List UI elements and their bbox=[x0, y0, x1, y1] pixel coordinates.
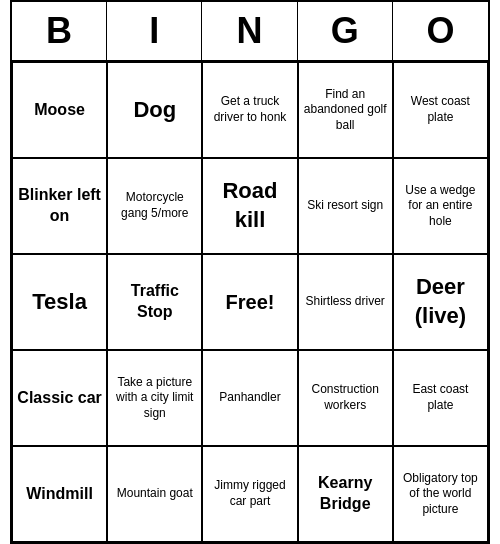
header-letter: N bbox=[202, 2, 297, 60]
header-letter: G bbox=[298, 2, 393, 60]
header-letter: I bbox=[107, 2, 202, 60]
bingo-cell: Windmill bbox=[12, 446, 107, 542]
bingo-cell: Road kill bbox=[202, 158, 297, 254]
cell-text: Deer (live) bbox=[398, 273, 483, 330]
cell-text: Moose bbox=[17, 100, 102, 121]
cell-text: Panhandler bbox=[207, 390, 292, 406]
cell-text: Get a truck driver to honk bbox=[207, 94, 292, 125]
cell-text: East coast plate bbox=[398, 382, 483, 413]
bingo-cell: Motorcycle gang 5/more bbox=[107, 158, 202, 254]
cell-text: Classic car bbox=[17, 388, 102, 409]
bingo-cell: Construction workers bbox=[298, 350, 393, 446]
bingo-cell: Find an abandoned golf ball bbox=[298, 62, 393, 158]
bingo-cell: Mountain goat bbox=[107, 446, 202, 542]
cell-text: Construction workers bbox=[303, 382, 388, 413]
cell-text: Windmill bbox=[17, 484, 102, 505]
bingo-cell: Traffic Stop bbox=[107, 254, 202, 350]
cell-text: Dog bbox=[112, 96, 197, 125]
cell-text: Take a picture with a city limit sign bbox=[112, 375, 197, 422]
bingo-cell: Obligatory top of the world picture bbox=[393, 446, 488, 542]
bingo-cell: Use a wedge for an entire hole bbox=[393, 158, 488, 254]
cell-text: Obligatory top of the world picture bbox=[398, 471, 483, 518]
bingo-grid: MooseDogGet a truck driver to honkFind a… bbox=[12, 62, 488, 542]
bingo-cell: Panhandler bbox=[202, 350, 297, 446]
cell-text: Use a wedge for an entire hole bbox=[398, 183, 483, 230]
bingo-cell: Dog bbox=[107, 62, 202, 158]
header-letter: O bbox=[393, 2, 488, 60]
cell-text: Traffic Stop bbox=[112, 281, 197, 323]
cell-text: Find an abandoned golf ball bbox=[303, 87, 388, 134]
bingo-cell: Take a picture with a city limit sign bbox=[107, 350, 202, 446]
bingo-header: BINGO bbox=[12, 2, 488, 62]
bingo-cell: Jimmy rigged car part bbox=[202, 446, 297, 542]
bingo-card: BINGO MooseDogGet a truck driver to honk… bbox=[10, 0, 490, 544]
bingo-cell: Kearny Bridge bbox=[298, 446, 393, 542]
bingo-cell: Classic car bbox=[12, 350, 107, 446]
cell-text: Ski resort sign bbox=[303, 198, 388, 214]
cell-text: Jimmy rigged car part bbox=[207, 478, 292, 509]
cell-text: West coast plate bbox=[398, 94, 483, 125]
bingo-cell: Tesla bbox=[12, 254, 107, 350]
cell-text: Shirtless driver bbox=[303, 294, 388, 310]
bingo-cell: Free! bbox=[202, 254, 297, 350]
bingo-cell: East coast plate bbox=[393, 350, 488, 446]
bingo-cell: Get a truck driver to honk bbox=[202, 62, 297, 158]
cell-text: Motorcycle gang 5/more bbox=[112, 190, 197, 221]
bingo-cell: West coast plate bbox=[393, 62, 488, 158]
bingo-cell: Blinker left on bbox=[12, 158, 107, 254]
bingo-cell: Ski resort sign bbox=[298, 158, 393, 254]
header-letter: B bbox=[12, 2, 107, 60]
cell-text: Kearny Bridge bbox=[303, 473, 388, 515]
cell-text: Mountain goat bbox=[112, 486, 197, 502]
bingo-cell: Moose bbox=[12, 62, 107, 158]
cell-text: Blinker left on bbox=[17, 185, 102, 227]
cell-text: Tesla bbox=[17, 288, 102, 317]
bingo-cell: Shirtless driver bbox=[298, 254, 393, 350]
cell-text: Free! bbox=[207, 289, 292, 315]
bingo-cell: Deer (live) bbox=[393, 254, 488, 350]
cell-text: Road kill bbox=[207, 177, 292, 234]
